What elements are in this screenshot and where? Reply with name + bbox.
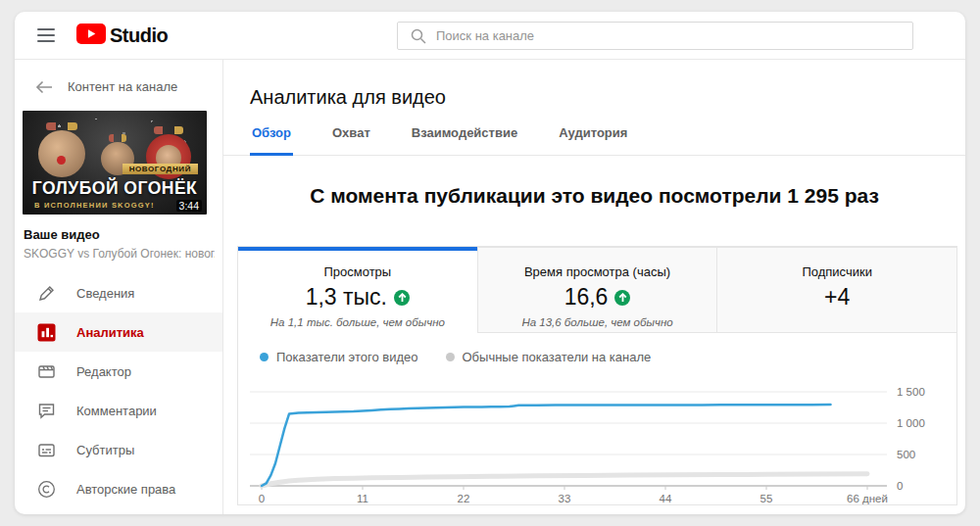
youtube-studio-logo[interactable]: Studio [76, 24, 168, 48]
legend-item-channel-typical: Обычные показатели на канале [446, 350, 652, 364]
sidebar-item-label: Субтитры [76, 443, 134, 457]
thumbnail-subtitle-text: В ИСПОЛНЕНИИ SKOGGY! [34, 201, 155, 210]
svg-text:0: 0 [897, 480, 903, 492]
svg-text:44: 44 [660, 493, 672, 504]
metric-card-views[interactable]: Просмотры 1,3 тыс. На 1,1 тыс. больше, ч… [238, 247, 477, 333]
views-line-chart: 05001 0001 5000112233445566 дней [238, 372, 956, 511]
tab-engagement[interactable]: Взаимодействие [410, 125, 519, 156]
legend-dot-gray [446, 353, 455, 361]
back-to-channel-content[interactable]: Контент на канале [15, 60, 222, 94]
views-headline: С момента публикации это видео посмотрел… [223, 184, 965, 208]
back-label: Контент на канале [68, 79, 177, 94]
chart-legend: Показатели этого видео Обычные показател… [260, 350, 956, 364]
legend-label: Показатели этого видео [276, 350, 418, 364]
svg-text:1 500: 1 500 [897, 386, 925, 398]
search-input[interactable] [436, 28, 912, 43]
legend-dot-blue [260, 353, 269, 361]
copyright-icon [37, 480, 56, 499]
tab-overview[interactable]: Обзор [250, 125, 293, 156]
comments-icon [37, 402, 56, 420]
sidebar-item-label: Сведения [76, 286, 134, 301]
tab-audience[interactable]: Аудитория [557, 125, 629, 156]
metric-label: Просмотры [238, 264, 477, 279]
metric-label: Время просмотра (часы) [478, 264, 717, 279]
metric-note: На 1,1 тыс. больше, чем обычно [238, 316, 477, 328]
sidebar-item-label: Авторские права [76, 482, 175, 497]
sidebar-menu: Сведения Аналитика Редактор [15, 273, 222, 508]
analytics-widget: Просмотры 1,3 тыс. На 1,1 тыс. больше, ч… [237, 246, 957, 505]
analytics-tabs: Обзор Охват Взаимодействие Аудитория [223, 125, 965, 156]
sidebar-item-copyright[interactable]: Авторские права [15, 469, 222, 508]
legend-label: Обычные показатели на канале [463, 350, 652, 364]
svg-text:66 дней: 66 дней [847, 493, 888, 504]
sidebar-item-details[interactable]: Сведения [15, 273, 222, 312]
svg-text:0: 0 [259, 493, 265, 504]
pencil-icon [37, 284, 56, 303]
svg-text:11: 11 [357, 493, 368, 504]
main-content: Аналитика для видео Обзор Охват Взаимоде… [223, 60, 965, 514]
sidebar-item-comments[interactable]: Комментарии [15, 391, 222, 430]
video-meta-label: Ваше видео [24, 227, 215, 242]
search-box [397, 22, 913, 50]
video-meta-title: SKOGGY vs Голубой Огонек: новог... [24, 247, 215, 261]
metric-note: На 13,6 больше, чем обычно [478, 316, 717, 328]
youtube-studio-window: Studio Контент на канале НОВОГОДНИЙ ГОЛУ… [15, 12, 965, 514]
svg-text:1 000: 1 000 [897, 417, 925, 429]
sidebar-item-label: Редактор [76, 364, 131, 379]
video-meta: Ваше видео SKOGGY vs Голубой Огонек: нов… [24, 227, 215, 261]
legend-item-video: Показатели этого видео [260, 350, 418, 364]
svg-text:33: 33 [559, 493, 571, 504]
metric-cards: Просмотры 1,3 тыс. На 1,1 тыс. больше, ч… [238, 247, 956, 333]
svg-text:500: 500 [897, 449, 915, 460]
brand-text: Studio [110, 24, 168, 47]
sidebar-item-label: Аналитика [76, 325, 144, 340]
video-thumbnail: НОВОГОДНИЙ ГОЛУБОЙ ОГОНЁК В ИСПОЛНЕНИИ S… [23, 111, 207, 215]
tab-reach[interactable]: Охват [330, 125, 372, 156]
sidebar-item-subtitles[interactable]: Субтитры [15, 430, 222, 469]
editor-icon [37, 362, 56, 381]
sidebar-item-editor[interactable]: Редактор [15, 352, 222, 391]
trend-up-icon [614, 290, 630, 306]
page-title: Аналитика для видео [250, 86, 965, 109]
topbar: Studio [15, 12, 965, 60]
arrow-left-icon [35, 80, 53, 94]
subtitles-icon [37, 441, 56, 459]
thumbnail-banner-text: НОВОГОДНИЙ [122, 164, 198, 174]
menu-icon[interactable] [33, 24, 59, 46]
analytics-icon [37, 323, 56, 342]
sidebar: Контент на канале НОВОГОДНИЙ ГОЛУБОЙ ОГО… [15, 60, 223, 514]
person-figure [38, 130, 85, 177]
metric-value: 16,6 [564, 284, 609, 311]
search-icon [411, 28, 426, 44]
metric-value: +4 [824, 284, 850, 311]
sidebar-item-analytics[interactable]: Аналитика [15, 312, 222, 352]
svg-text:22: 22 [458, 493, 470, 504]
metric-card-subscribers[interactable]: Подписчики +4 [716, 247, 956, 333]
video-duration-badge: 3:44 [176, 200, 202, 212]
sidebar-item-label: Комментарии [76, 404, 157, 418]
trend-up-icon [394, 290, 410, 306]
metric-label: Подписчики [717, 264, 956, 279]
thumbnail-title-text: ГОЛУБОЙ ОГОНЁК [23, 178, 207, 199]
metric-card-watch-time[interactable]: Время просмотра (часы) 16,6 На 13,6 боль… [477, 247, 717, 333]
metric-value: 1,3 тыс. [306, 284, 387, 311]
svg-text:55: 55 [760, 493, 773, 504]
youtube-logo-icon [76, 24, 106, 48]
